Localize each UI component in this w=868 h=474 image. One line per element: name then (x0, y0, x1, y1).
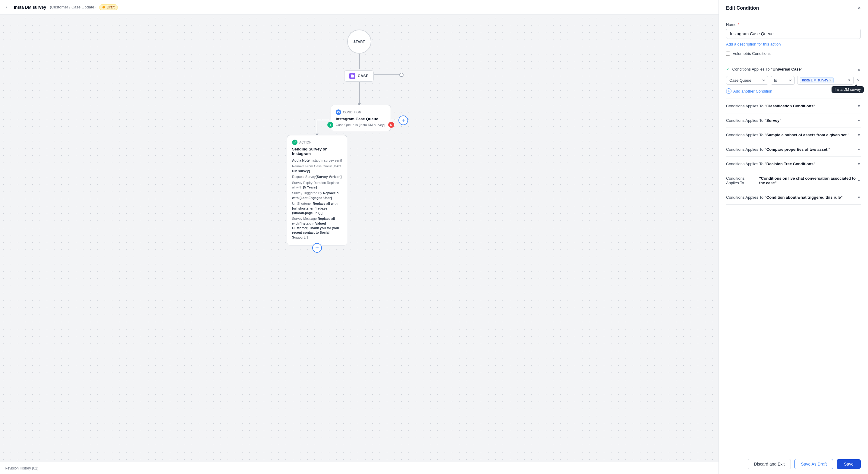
condition-delete-button[interactable]: × (856, 77, 861, 84)
condition-node[interactable]: CONDITION Instagram Case Queue Case Queu… (331, 105, 391, 131)
condition-section-universal: ✓ Conditions Applies To "Universal Case"… (726, 62, 861, 99)
condition-section-survey: Conditions Applies To "Survey" ▼ (726, 113, 861, 128)
right-panel: Edit Condition × Name * Add a descriptio… (718, 0, 868, 474)
top-bar: ← Insta DM survey (Customer / Case Updat… (0, 0, 718, 14)
canvas-area: ← Insta DM survey (Customer / Case Updat… (0, 0, 718, 474)
svg-point-3 (400, 73, 403, 77)
condition-header: CONDITION (336, 110, 386, 115)
tooltip-container: × Insta DM survey (856, 78, 861, 83)
volumetric-label: Volumetric Conditions (733, 51, 771, 56)
condition-title-classification: Conditions Applies To "Classification Co… (726, 104, 815, 108)
chevron-down-icon-survey: ▼ (857, 119, 861, 123)
livechat-applies-label: Conditions Applies To (726, 176, 758, 185)
canvas-content: START CASE CONDITION Instagram Case Queu… (0, 14, 718, 462)
chevron-down-icon-compare: ▼ (857, 147, 861, 152)
condition-title-sample: Conditions Applies To "Sample a subset o… (726, 133, 849, 137)
chevron-down-icon-classification: ▼ (857, 104, 861, 108)
add-description-link[interactable]: Add a description for this action (726, 42, 861, 47)
action-name: Sending Survey on Instagram (292, 147, 342, 156)
condition-section-header-livechat[interactable]: Conditions Applies To "Conditions on liv… (726, 176, 861, 185)
condition-title-survey: Conditions Applies To "Survey" (726, 118, 781, 123)
panel-footer: Discard and Exit Save As Draft Save (719, 454, 868, 474)
draft-dot (102, 6, 105, 8)
condition-section-header-universal[interactable]: ✓ Conditions Applies To "Universal Case"… (726, 67, 861, 71)
panel-header: Edit Condition × (719, 0, 868, 16)
required-star: * (738, 22, 739, 27)
start-node: START (347, 30, 371, 54)
workflow-subtitle: (Customer / Case Update) (50, 5, 96, 9)
condition-section-header-survey[interactable]: Conditions Applies To "Survey" ▼ (726, 118, 861, 123)
chevron-down-icon-decision: ▼ (857, 162, 861, 166)
case-node[interactable]: CASE (344, 70, 374, 82)
panel-title: Edit Condition (726, 5, 759, 11)
condition-icon (336, 110, 341, 115)
condition-type-label: CONDITION (343, 111, 361, 114)
add-n-button[interactable]: + (398, 116, 408, 125)
chevron-down-icon-livechat: ▼ (857, 178, 861, 183)
tag-label: Insta DM survey (802, 78, 828, 82)
condition-title-compare: Conditions Applies To "Compare propertie… (726, 147, 830, 152)
action-item-4: Survey Triggered By Replace all with [La… (292, 191, 342, 200)
volumetric-checkbox[interactable] (726, 52, 730, 56)
tooltip-text: Insta DM survey (832, 86, 864, 93)
field-select[interactable]: Case Queue (726, 76, 768, 85)
add-action-button[interactable]: + (312, 243, 322, 253)
panel-close-button[interactable]: × (858, 5, 861, 11)
case-label: CASE (358, 74, 369, 78)
save-draft-button[interactable]: Save As Draft (795, 459, 833, 469)
bottom-bar: Revision History (02) (0, 462, 718, 474)
panel-body: Name * Add a description for this action… (719, 16, 868, 454)
action-icon (292, 140, 298, 145)
add-condition-label: Add another Condition (733, 89, 772, 93)
condition-section-sample: Conditions Applies To "Sample a subset o… (726, 128, 861, 142)
condition-section-compare: Conditions Applies To "Compare propertie… (726, 142, 861, 157)
draft-badge: Draft (99, 4, 118, 10)
add-condition-button[interactable]: + Add another Condition (726, 88, 772, 94)
condition-section-header-triggered[interactable]: Conditions Applies To "Condition about w… (726, 195, 861, 200)
action-item-1: Remove From Case Queue[Insta DM survey] (292, 164, 342, 173)
chevron-down-icon-triggered: ▼ (857, 196, 861, 200)
discard-exit-button[interactable]: Discard and Exit (748, 459, 791, 469)
n-badge: N (388, 122, 394, 128)
condition-section-triggered: Conditions Applies To "Condition about w… (726, 190, 861, 205)
condition-title-triggered: Conditions Applies To "Condition about w… (726, 195, 843, 200)
livechat-applies-value: "Conditions on live chat conversation as… (759, 176, 857, 185)
name-field-label: Name * (726, 22, 861, 27)
tag-close-button[interactable]: × (830, 78, 832, 82)
condition-title-universal: ✓ Conditions Applies To "Universal Case" (726, 67, 803, 71)
action-node[interactable]: ACTION Sending Survey on Instagram Add a… (287, 135, 347, 245)
plus-circle-icon: + (726, 88, 732, 94)
draft-label: Draft (107, 5, 115, 9)
action-item-3: Survey Expiry Duration Replace all with … (292, 181, 342, 190)
case-icon (349, 73, 355, 79)
condition-section-header-compare[interactable]: Conditions Applies To "Compare propertie… (726, 147, 861, 152)
operator-select[interactable]: Is (771, 76, 795, 85)
y-badge: Y (327, 122, 333, 128)
condition-section-classification: Conditions Applies To "Classification Co… (726, 99, 861, 113)
revision-history-label: Revision History (02) (5, 466, 38, 470)
save-button[interactable]: Save (837, 459, 861, 469)
back-button[interactable]: ← (5, 4, 10, 10)
chevron-down-icon-sample: ▼ (857, 133, 861, 137)
tag-insta-dm: Insta DM survey × (800, 77, 834, 83)
chevron-up-icon: ▲ (857, 67, 861, 71)
tag-container: Insta DM survey × ▼ (797, 76, 854, 85)
action-item-0: Add a Note[Insta dm survey sent] (292, 158, 342, 163)
action-item-2: Request Survey[Survey Verizon] (292, 175, 342, 179)
condition-section-header-sample[interactable]: Conditions Applies To "Sample a subset o… (726, 133, 861, 137)
condition-row-universal: Case Queue Is Insta DM survey × ▼ × Inst (726, 76, 861, 85)
condition-section-header-classification[interactable]: Conditions Applies To "Classification Co… (726, 104, 861, 108)
action-item-5: Url Shortener Replace all with [url shor… (292, 201, 342, 215)
volumetric-checkbox-row: Volumetric Conditions (726, 51, 861, 56)
condition-section-header-decision[interactable]: Conditions Applies To "Decision Tree Con… (726, 161, 861, 166)
condition-name: Instagram Case Queue (336, 117, 386, 121)
tag-dropdown-arrow[interactable]: ▼ (847, 79, 851, 82)
condition-desc: Case Queue Is [Insta DM survey] (336, 123, 386, 127)
action-header: ACTION (292, 140, 342, 145)
workflow-title: Insta DM survey (14, 5, 46, 10)
condition-title-decision: Conditions Applies To "Decision Tree Con… (726, 161, 815, 166)
start-label: START (353, 40, 365, 43)
action-item-6: Survey Message Replace all with [insta d… (292, 216, 342, 240)
name-input[interactable] (726, 29, 861, 39)
svg-rect-11 (351, 75, 354, 78)
